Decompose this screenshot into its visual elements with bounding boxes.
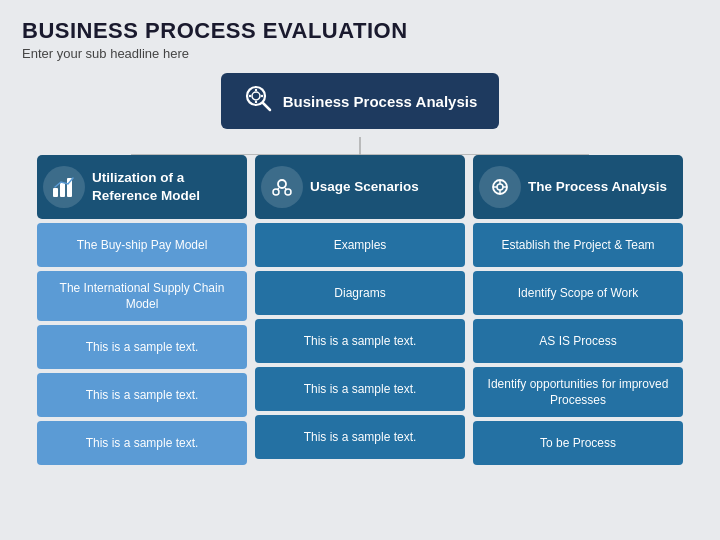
svg-point-15 (278, 180, 286, 188)
svg-point-21 (497, 184, 503, 190)
columns: Utilization of a Reference Model The Buy… (22, 155, 698, 465)
col-1-cell-2: This is a sample text. (37, 325, 247, 369)
col-2-header: Usage Scenarios (255, 155, 465, 219)
svg-point-16 (273, 189, 279, 195)
svg-point-1 (252, 92, 260, 100)
col-3-icon (479, 166, 521, 208)
slide: BUSINESS PROCESS EVALUATION Enter your s… (0, 0, 720, 540)
svg-rect-13 (60, 183, 65, 197)
col-3-header: The Process Analysis (473, 155, 683, 219)
col-3-cell-0: Establish the Project & Team (473, 223, 683, 267)
col-2-cell-0: Examples (255, 223, 465, 267)
svg-point-3 (255, 89, 257, 91)
page-subtitle: Enter your sub headline here (22, 46, 698, 61)
svg-point-4 (255, 101, 257, 103)
column-3: The Process Analysis Establish the Proje… (473, 155, 683, 465)
column-2: Usage Scenarios Examples Diagrams This i… (255, 155, 465, 465)
col-2-icon (261, 166, 303, 208)
col-3-cell-2: AS IS Process (473, 319, 683, 363)
col-2-cell-4: This is a sample text. (255, 415, 465, 459)
column-1: Utilization of a Reference Model The Buy… (37, 155, 247, 465)
col-2-header-text: Usage Scenarios (310, 178, 419, 196)
col-2-cell-1: Diagrams (255, 271, 465, 315)
col-3-header-text: The Process Analysis (528, 178, 667, 196)
col-3-cell-3: Identify opportunities for improved Proc… (473, 367, 683, 417)
col-1-icon (43, 166, 85, 208)
col-1-cell-3: This is a sample text. (37, 373, 247, 417)
top-node-wrap: Business Process Analysis (22, 73, 698, 129)
col-1-cell-0: The Buy-ship Pay Model (37, 223, 247, 267)
svg-rect-12 (53, 188, 58, 197)
col-1-header-text: Utilization of a Reference Model (92, 169, 241, 204)
top-node: Business Process Analysis (221, 73, 500, 129)
svg-point-5 (249, 95, 251, 97)
col-1-cell-4: This is a sample text. (37, 421, 247, 465)
svg-point-17 (285, 189, 291, 195)
connector-area (22, 137, 698, 155)
col-3-cell-1: Identify Scope of Work (473, 271, 683, 315)
svg-point-6 (261, 95, 263, 97)
page-title: BUSINESS PROCESS EVALUATION (22, 18, 698, 44)
svg-line-2 (263, 103, 270, 110)
col-2-cell-2: This is a sample text. (255, 319, 465, 363)
top-node-label: Business Process Analysis (283, 93, 478, 110)
col-1-header: Utilization of a Reference Model (37, 155, 247, 219)
col-3-cell-4: To be Process (473, 421, 683, 465)
col-2-cell-3: This is a sample text. (255, 367, 465, 411)
col-1-cell-1: The International Supply Chain Model (37, 271, 247, 321)
top-node-icon (243, 83, 273, 119)
